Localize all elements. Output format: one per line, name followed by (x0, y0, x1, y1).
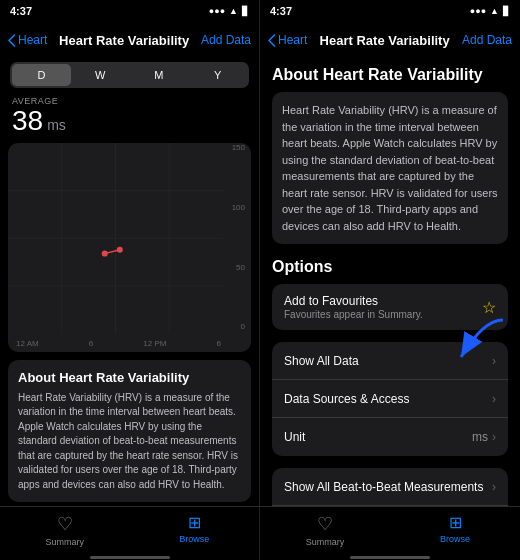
right-scroll-content: About Heart Rate Variability Heart Rate … (260, 58, 520, 506)
chart-x-6pm: 6 (217, 339, 221, 348)
tab-summary-label-left: Summary (45, 537, 84, 547)
options-title: Options (272, 258, 508, 276)
options-group-2: Show All Data › Data Sources & Access › … (272, 342, 508, 456)
average-section: AVERAGE 38 ms (0, 92, 259, 139)
add-data-button-right[interactable]: Add Data (462, 33, 512, 47)
add-data-button-left[interactable]: Add Data (201, 33, 251, 47)
nav-title-left: Heart Rate Variability (47, 33, 201, 48)
unit-value: ms (472, 430, 488, 444)
browse-icon-right: ⊞ (449, 513, 462, 532)
back-label-left: Heart (18, 33, 47, 47)
status-icons-left: ●●● ▲ ▊ (209, 6, 249, 16)
option-unit[interactable]: Unit ms › (272, 418, 508, 456)
show-beat-chevron: › (492, 480, 496, 494)
chart-x-6: 6 (89, 339, 93, 348)
chart-y-150: 150 (232, 143, 245, 152)
average-unit: ms (47, 117, 66, 133)
option-data-sources[interactable]: Data Sources & Access › (272, 380, 508, 418)
summary-icon-left: ♡ (57, 513, 73, 535)
option-favourites-label: Add to Favourites (284, 294, 482, 308)
tab-bar-left: ♡ Summary ⊞ Browse (0, 506, 259, 556)
data-sources-chevron: › (492, 392, 496, 406)
about-text-left: Heart Rate Variability (HRV) is a measur… (18, 391, 241, 493)
right-panel: 4:37 ●●● ▲ ▊ Heart Heart Rate Variabilit… (260, 0, 520, 560)
status-time-left: 4:37 (10, 5, 32, 17)
segment-d[interactable]: D (12, 64, 71, 86)
tab-summary-left[interactable]: ♡ Summary (0, 513, 130, 547)
back-label-right: Heart (278, 33, 307, 47)
chart-y-labels: 150 100 50 0 (232, 143, 245, 332)
tab-summary-label-right: Summary (306, 537, 345, 547)
status-bar-right: 4:37 ●●● ▲ ▊ (260, 0, 520, 22)
tab-browse-label-right: Browse (440, 534, 470, 544)
chart-y-50: 50 (236, 263, 245, 272)
wifi-icon: ▲ (229, 6, 238, 16)
home-bar-right (350, 556, 430, 559)
status-time-right: 4:37 (270, 5, 292, 17)
favourite-star-icon: ☆ (482, 298, 496, 317)
chart-x-12am: 12 AM (16, 339, 39, 348)
data-sources-label: Data Sources & Access (284, 392, 492, 406)
nav-bar-right: Heart Heart Rate Variability Add Data (260, 22, 520, 58)
about-section-left: About Heart Rate Variability Heart Rate … (8, 360, 251, 503)
right-about-box: Heart Rate Variability (HRV) is a measur… (272, 92, 508, 244)
about-title-left: About Heart Rate Variability (18, 370, 241, 385)
show-all-data-label: Show All Data (284, 354, 492, 368)
back-button-right[interactable]: Heart (268, 33, 307, 47)
battery-icon: ▊ (242, 6, 249, 16)
unit-label: Unit (284, 430, 472, 444)
signal-icon: ●●● (209, 6, 225, 16)
chart-y-100: 100 (232, 203, 245, 212)
unit-chevron: › (492, 430, 496, 444)
option-favourites-content: Add to Favourites Favourites appear in S… (284, 294, 482, 320)
home-indicator-right (260, 556, 520, 560)
option-add-favourites[interactable]: Add to Favourites Favourites appear in S… (272, 284, 508, 330)
show-beat-label: Show All Beat-to-Beat Measurements (284, 480, 492, 494)
status-bar-left: 4:37 ●●● ▲ ▊ (0, 0, 259, 22)
segment-m[interactable]: M (130, 64, 189, 86)
chart-area: 150 100 50 0 12 AM 6 12 PM 6 (8, 143, 251, 352)
left-panel: 4:37 ●●● ▲ ▊ Heart Heart Rate Variabilit… (0, 0, 260, 560)
average-value: 38 (12, 106, 43, 137)
chart-x-12pm: 12 PM (143, 339, 166, 348)
chart-x-labels: 12 AM 6 12 PM 6 (16, 339, 221, 348)
home-indicator-left (0, 556, 259, 560)
nav-title-right: Heart Rate Variability (307, 33, 462, 48)
chart-y-0: 0 (241, 322, 245, 331)
tab-browse-right[interactable]: ⊞ Browse (390, 513, 520, 544)
options-group-2-wrapper: Show All Data › Data Sources & Access › … (272, 342, 508, 456)
tab-summary-right[interactable]: ♡ Summary (260, 513, 390, 547)
wifi-icon-right: ▲ (490, 6, 499, 16)
status-icons-right: ●●● ▲ ▊ (470, 6, 510, 16)
signal-icon-right: ●●● (470, 6, 486, 16)
nav-bar-left: Heart Heart Rate Variability Add Data (0, 22, 259, 58)
option-show-all-data[interactable]: Show All Data › (272, 342, 508, 380)
right-about-text: Heart Rate Variability (HRV) is a measur… (282, 102, 498, 234)
option-show-beat[interactable]: Show All Beat-to-Beat Measurements › (272, 468, 508, 506)
show-all-data-chevron: › (492, 354, 496, 368)
summary-icon-right: ♡ (317, 513, 333, 535)
segment-w[interactable]: W (71, 64, 130, 86)
tab-browse-label-left: Browse (179, 534, 209, 544)
chart-grid (8, 143, 223, 334)
tab-bar-right: ♡ Summary ⊞ Browse (260, 506, 520, 556)
tab-browse-left[interactable]: ⊞ Browse (130, 513, 260, 544)
options-group-3: Show All Beat-to-Beat Measurements › Bea… (272, 468, 508, 506)
battery-icon-right: ▊ (503, 6, 510, 16)
segment-control-left: D W M Y (10, 62, 249, 88)
option-favourites-sub: Favourites appear in Summary. (284, 309, 482, 320)
home-bar-left (90, 556, 170, 559)
segment-y[interactable]: Y (188, 64, 247, 86)
back-button-left[interactable]: Heart (8, 33, 47, 47)
options-group-1: Add to Favourites Favourites appear in S… (272, 284, 508, 330)
browse-icon-left: ⊞ (188, 513, 201, 532)
right-about-title: About Heart Rate Variability (272, 66, 508, 84)
average-label: AVERAGE (12, 96, 247, 106)
